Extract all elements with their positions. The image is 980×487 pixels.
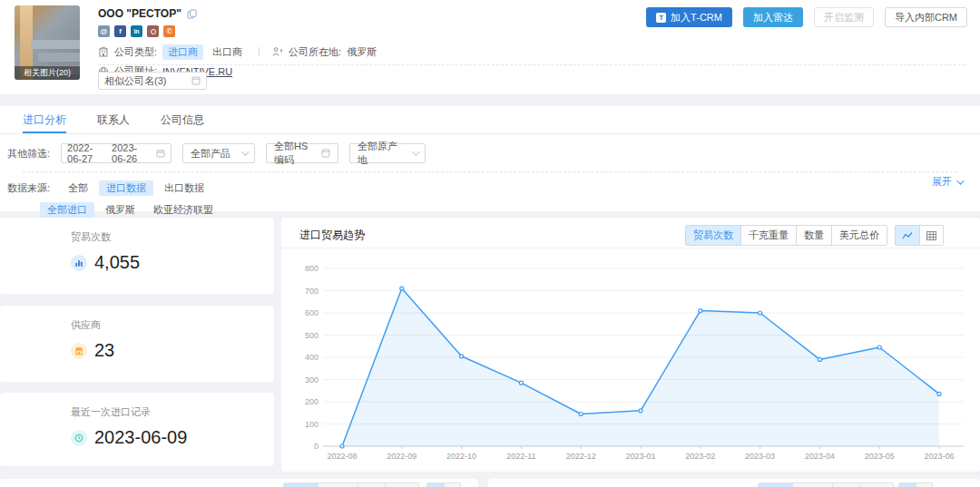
other-filters-label: 其他筛选: <box>7 147 50 161</box>
origin-select[interactable]: 全部原产地 <box>349 143 426 163</box>
tab-contacts[interactable]: 联系人 <box>97 106 130 133</box>
similar-companies-select[interactable]: 相似公司名(3) <box>98 72 207 90</box>
metric-toggle-group[interactable] <box>758 482 894 487</box>
svg-text:600: 600 <box>305 308 318 317</box>
bottom-left-card <box>0 479 478 487</box>
location-icon <box>272 46 283 57</box>
hs-code-select[interactable]: 全部HS编码 <box>266 143 338 163</box>
svg-text:700: 700 <box>305 287 318 296</box>
phone-icon[interactable]: ✆ <box>163 25 175 37</box>
stat-value: 23 <box>94 340 114 361</box>
svg-text:2022-10: 2022-10 <box>446 452 476 461</box>
clock-icon <box>71 430 87 446</box>
svg-text:0: 0 <box>314 442 318 451</box>
calendar-icon <box>156 149 165 158</box>
date-start: 2022-06-27 <box>67 142 106 164</box>
source-import-data[interactable]: 进口数据 <box>99 180 153 196</box>
metric-toggle-group: 贸易次数 千克重量 数量 美元总价 <box>685 225 887 246</box>
svg-text:500: 500 <box>305 331 318 340</box>
svg-text:300: 300 <box>305 375 318 385</box>
metric-quantity[interactable]: 数量 <box>796 226 831 245</box>
svg-text:2023-02: 2023-02 <box>685 452 715 461</box>
bottom-right-card <box>488 479 980 487</box>
svg-text:200: 200 <box>305 397 318 406</box>
svg-text:2022-11: 2022-11 <box>506 452 535 461</box>
svg-text:2022-08: 2022-08 <box>327 452 357 461</box>
stat-card-suppliers: 供应商 23 <box>0 306 274 382</box>
chevron-down-icon <box>241 148 249 155</box>
tab-import-analysis[interactable]: 进口分析 <box>23 106 66 133</box>
tab-bar: 进口分析 联系人 公司信息 <box>0 106 980 134</box>
svg-text:2023-04: 2023-04 <box>805 452 835 461</box>
divider <box>98 64 965 65</box>
view-toggle-group[interactable] <box>426 482 461 487</box>
expand-link[interactable]: 展开 <box>932 175 962 189</box>
stat-value: 4,055 <box>94 252 140 273</box>
photo-decor <box>31 40 80 49</box>
import-trend-card: 进口贸易趋势 贸易次数 千克重量 数量 美元总价 010020030040050… <box>281 218 980 472</box>
subsource-all-imports[interactable]: 全部进口 <box>40 202 94 218</box>
analysis-panel: 进口分析 联系人 公司信息 其他筛选: 2022-06-27 2023-06-2… <box>0 106 980 211</box>
social-icons: @ f in ✆ <box>98 25 733 37</box>
instagram-icon[interactable] <box>147 25 159 37</box>
stat-value: 2023-06-09 <box>94 427 187 448</box>
shop-icon <box>71 343 87 359</box>
divider <box>259 47 260 56</box>
stat-label: 最近一次进口记录 <box>71 405 274 419</box>
chart-title: 进口贸易趋势 <box>299 228 365 243</box>
stat-card-last-import: 最近一次进口记录 2023-06-09 <box>0 393 274 466</box>
svg-text:2023-05: 2023-05 <box>865 452 895 461</box>
type-option-exporter[interactable]: 出口商 <box>209 44 246 60</box>
source-export-data[interactable]: 出口数据 <box>157 180 211 196</box>
svg-text:2022-09: 2022-09 <box>387 452 416 461</box>
copy-icon[interactable] <box>187 9 197 19</box>
bar-chart-icon <box>71 255 87 271</box>
linkedin-icon[interactable]: in <box>131 25 142 37</box>
company-type-label: 公司类型: <box>114 45 157 59</box>
import-internal-crm-button[interactable]: 导入内部CRM <box>885 7 967 27</box>
facebook-icon[interactable]: f <box>114 25 126 37</box>
start-monitoring-button[interactable]: 开启监测 <box>814 7 874 27</box>
data-source-label: 数据来源: <box>7 181 50 195</box>
line-chart-view-icon[interactable] <box>896 226 919 245</box>
stat-card-trade-count: 贸易次数 4,055 <box>0 218 274 294</box>
svg-text:800: 800 <box>305 264 318 273</box>
svg-text:2023-06: 2023-06 <box>924 452 954 461</box>
tab-company-info[interactable]: 公司信息 <box>161 106 204 133</box>
join-radar-button[interactable]: 加入雷达 <box>743 7 803 27</box>
location-label: 公司所在地: <box>289 45 341 59</box>
stat-label: 贸易次数 <box>71 230 274 244</box>
svg-text:2023-01: 2023-01 <box>625 452 655 461</box>
list-box-icon <box>321 149 330 158</box>
product-select[interactable]: 全部产品 <box>182 143 255 163</box>
metric-trade-count[interactable]: 贸易次数 <box>686 226 740 245</box>
metric-toggle-group[interactable] <box>283 482 419 487</box>
trend-chart[interactable]: 01002003004005006007008002022-082022-092… <box>290 254 975 467</box>
email-icon[interactable]: @ <box>98 25 110 37</box>
tcrm-icon: T <box>656 13 666 23</box>
svg-text:2023-03: 2023-03 <box>745 452 775 461</box>
svg-text:400: 400 <box>305 353 318 362</box>
photo-decor <box>38 53 80 62</box>
view-toggle-group <box>895 225 944 246</box>
date-end: 2023-06-26 <box>112 142 151 164</box>
view-toggle-group[interactable] <box>898 482 933 487</box>
metric-kg-weight[interactable]: 千克重量 <box>740 226 796 245</box>
similar-companies-label: 相似公司名(3) <box>104 74 166 88</box>
building-icon <box>98 46 109 57</box>
company-header: 相关图片(20) OOO "PECTOP" @ f in ✆ 公司类型: <box>0 0 980 94</box>
data-source-row: 数据来源: 全部 进口数据 出口数据 <box>0 180 980 196</box>
join-tcrm-button[interactable]: T 加入T-CRM <box>646 7 732 27</box>
date-range-picker[interactable]: 2022-06-27 2023-06-26 <box>61 143 172 163</box>
metric-usd-total[interactable]: 美元总价 <box>831 226 887 245</box>
header-actions: T 加入T-CRM 加入雷达 开启监测 导入内部CRM <box>646 7 967 27</box>
source-all[interactable]: 全部 <box>61 180 95 196</box>
stat-label: 供应商 <box>71 318 274 332</box>
company-photo[interactable]: 相关图片(20) <box>15 5 80 80</box>
type-chip-importer[interactable]: 进口商 <box>162 44 203 60</box>
subsource-russia[interactable]: 俄罗斯 <box>98 202 142 218</box>
subsource-eaeu[interactable]: 欧亚经济联盟 <box>146 202 220 218</box>
svg-text:100: 100 <box>305 420 318 429</box>
table-view-icon[interactable] <box>919 226 943 245</box>
related-images-label[interactable]: 相关图片(20) <box>15 66 80 80</box>
